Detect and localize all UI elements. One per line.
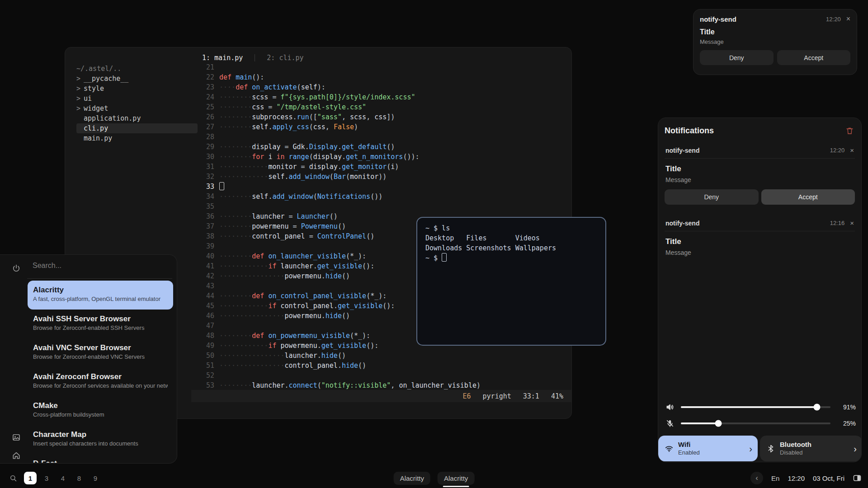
bluetooth-icon	[766, 444, 775, 453]
tree-item-application.py[interactable]: application.py	[76, 113, 198, 123]
notifications-panel: Notifications notify-send 12:20 × Title …	[658, 117, 862, 462]
chevron-right-icon[interactable]: ›	[854, 444, 857, 453]
tree-item-label: style	[84, 84, 104, 94]
editor-statusline: E6 pyright 33:1 41%	[191, 390, 571, 402]
app-item-avahi-zeroconf-browser[interactable]: Avahi Zeroconf BrowserBrowse for Zerocon…	[28, 367, 173, 396]
line-number: 39	[193, 241, 214, 251]
tab-main-py[interactable]: 1: main.py	[202, 54, 243, 62]
line-number: 47	[193, 321, 214, 331]
trash-icon[interactable]	[845, 127, 854, 135]
card-message: Message	[665, 249, 854, 256]
chevron-right-icon: >	[76, 103, 84, 113]
bluetooth-status: Disabled	[780, 449, 849, 457]
volume-slider-row: 91%	[665, 402, 856, 413]
line-number: 32	[193, 172, 214, 182]
tree-item-cli.py[interactable]: cli.py	[76, 123, 198, 133]
code-line: 51················control_panel.hide()	[193, 361, 481, 371]
wifi-toggle[interactable]: Wifi Enabled ›	[658, 436, 758, 461]
line-number: 29	[193, 142, 214, 152]
bluetooth-toggle[interactable]: Bluetooth Disabled ›	[760, 436, 862, 461]
workspace-3[interactable]: 3	[40, 472, 53, 484]
deny-button[interactable]: Deny	[700, 50, 774, 65]
mic-slider[interactable]	[681, 422, 830, 424]
close-icon[interactable]: ×	[850, 146, 854, 154]
code-line: 32············self.add_window(Bar(monito…	[193, 172, 481, 182]
card-app-name: notify-send	[665, 147, 825, 154]
taskbar-windows: Alacritty Alacritty	[394, 472, 475, 485]
accept-button[interactable]: Accept	[777, 50, 851, 65]
app-item-character-map[interactable]: Character MapInsert special characters i…	[28, 425, 173, 454]
terminal-window[interactable]: ~ $ lsDesktop Files VideosDownloads Scre…	[416, 217, 606, 346]
popup-message: Message	[700, 38, 850, 45]
home-icon[interactable]	[12, 451, 21, 460]
line-number: 46	[193, 311, 214, 321]
volume-slider-knob[interactable]	[814, 404, 821, 411]
tree-item-main.py[interactable]: main.py	[76, 133, 198, 143]
chevron-right-icon: >	[76, 84, 84, 94]
line-number: 36	[193, 211, 214, 221]
window-button-alacritty[interactable]: Alacritty	[394, 472, 430, 485]
line-number: 25	[193, 102, 214, 112]
terminal-line: ~ $	[425, 253, 597, 263]
card-time: 12:16	[830, 220, 845, 226]
app-description: Cross-platform buildsystem	[33, 411, 168, 418]
volume-slider[interactable]	[681, 406, 830, 408]
code-line: 24········scss = f"{sys.path[0]}/style/i…	[193, 92, 481, 102]
card-title: Title	[665, 237, 854, 246]
close-icon[interactable]: ×	[850, 219, 854, 227]
tree-item-ui[interactable]: >ui	[76, 94, 190, 103]
power-icon[interactable]	[12, 264, 21, 273]
code-line: 29········display = Gdk.Display.get_defa…	[193, 142, 481, 152]
close-icon[interactable]: ×	[846, 15, 850, 23]
app-item-alacritty[interactable]: AlacrittyA fast, cross-platform, OpenGL …	[28, 281, 173, 310]
panel-toggle-icon[interactable]	[853, 474, 862, 483]
line-number: 27	[193, 122, 214, 132]
notification-card: notify-send 12:20 × Title Message Deny A…	[662, 144, 858, 205]
code-line: 27········self.apply_css(css, False)	[193, 122, 481, 132]
tree-item-label: widget	[84, 103, 108, 113]
code-line: 30········for i in range(display.get_n_m…	[193, 152, 481, 162]
app-name: Avahi SSH Server Browser	[33, 314, 168, 324]
workspace-1[interactable]: 1	[24, 472, 37, 484]
accept-button[interactable]: Accept	[761, 189, 855, 205]
tree-item-widget[interactable]: >widget	[76, 103, 190, 113]
image-icon[interactable]	[12, 433, 21, 442]
code-line: 21	[193, 62, 481, 72]
tree-item-__pycache__[interactable]: >__pycache__	[76, 74, 190, 84]
app-list: AlacrittyA fast, cross-platform, OpenGL …	[28, 281, 173, 463]
workspace-8[interactable]: 8	[73, 472, 85, 484]
app-item-d-feet[interactable]: D-Feet	[28, 454, 173, 463]
line-number: 43	[193, 281, 214, 291]
taskbar: 13489 Alacritty Alacritty ‹ En 12:20 03 …	[0, 468, 868, 488]
workspace-list: 13489	[24, 472, 102, 484]
line-number: 44	[193, 291, 214, 301]
workspace-4[interactable]: 4	[57, 472, 69, 484]
popup-app-name: notify-send	[700, 15, 821, 23]
terminal-line: ~ $ ls	[425, 223, 597, 233]
search-input[interactable]	[32, 261, 165, 270]
line-number: 51	[193, 361, 214, 371]
mic-slider-knob[interactable]	[715, 420, 722, 427]
app-item-avahi-ssh-server-browser[interactable]: Avahi SSH Server BrowserBrowse for Zeroc…	[28, 310, 173, 338]
deny-button[interactable]: Deny	[665, 189, 759, 205]
code-line: 33	[193, 182, 481, 192]
chevron-right-icon[interactable]: ›	[749, 444, 752, 453]
tree-item-style[interactable]: >style	[76, 84, 190, 94]
popup-time: 12:20	[826, 16, 841, 23]
app-item-avahi-vnc-server-browser[interactable]: Avahi VNC Server BrowserBrowse for Zeroc…	[28, 338, 173, 367]
line-number: 37	[193, 221, 214, 231]
window-button-alacritty-focused[interactable]: Alacritty	[438, 472, 474, 485]
code-line: 23····def on_activate(self):	[193, 82, 481, 92]
app-name: D-Feet	[33, 458, 168, 463]
app-item-cmake[interactable]: CMakeCross-platform buildsystem	[28, 396, 173, 425]
tab-cli-py[interactable]: 2: cli.py	[267, 54, 303, 62]
search-icon[interactable]	[9, 474, 18, 483]
line-number: 35	[193, 202, 214, 211]
keyboard-layout[interactable]: En	[771, 474, 779, 482]
line-number: 45	[193, 301, 214, 311]
chevron-left-icon[interactable]: ‹	[750, 472, 763, 484]
workspace-9[interactable]: 9	[89, 472, 102, 484]
mic-muted-icon[interactable]	[665, 419, 675, 428]
wifi-label: Wifi	[678, 440, 745, 449]
speaker-icon[interactable]	[665, 403, 675, 412]
